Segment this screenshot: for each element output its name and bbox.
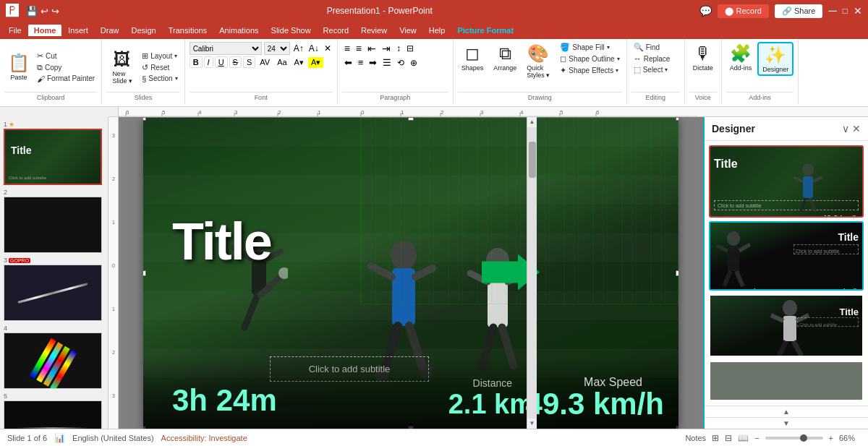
language-indicator[interactable]: English (United States) [72, 434, 154, 442]
replace-button[interactable]: ↔Replace [631, 53, 673, 64]
view-reading-button[interactable]: 📖 [738, 433, 749, 443]
quick-styles-button[interactable]: 🎨 QuickStyles ▾ [523, 42, 553, 80]
scroll-up-button[interactable]: ▲ [527, 117, 537, 127]
slide-thumb-5[interactable]: 5 [3, 392, 105, 429]
numbering-button[interactable]: ≡ [354, 42, 364, 55]
font-color-button[interactable]: A▾ [292, 57, 307, 68]
text-direction[interactable]: ⟲ [395, 57, 407, 69]
design-card-3[interactable]: Title Click to add subtitle [709, 294, 864, 357]
font-family-select[interactable]: Calibri [190, 42, 262, 55]
menu-review[interactable]: Review [355, 25, 393, 36]
menu-home[interactable]: Home [28, 25, 62, 36]
smart-art[interactable]: ⊕ [408, 57, 420, 69]
view-normal-button[interactable]: ⊞ [712, 433, 719, 443]
dictate-button[interactable]: 🎙 Dictate [689, 42, 717, 73]
selection-handle-mid-left[interactable] [143, 270, 146, 276]
menu-slideshow[interactable]: Slide Show [265, 25, 317, 36]
menu-view[interactable]: View [393, 25, 422, 36]
align-left[interactable]: ⬅ [342, 56, 354, 69]
chat-icon[interactable]: 💬 [699, 5, 712, 17]
selection-handle-top-left[interactable] [143, 118, 146, 121]
designer-scroll-down[interactable]: ▼ [705, 417, 868, 429]
notes-button[interactable]: Notes [685, 434, 706, 442]
menu-help[interactable]: Help [423, 25, 451, 36]
clear-format[interactable]: ✕ [323, 43, 333, 53]
shapes-button[interactable]: ◻ Shapes [458, 42, 488, 73]
zoom-out-button[interactable]: − [754, 434, 759, 442]
layout-button[interactable]: ⊞Layout▾ [140, 51, 179, 61]
font-decrease[interactable]: A↓ [307, 43, 320, 53]
reset-button[interactable]: ↺Reset [140, 62, 179, 73]
indent-increase[interactable]: ⇥ [380, 42, 393, 55]
line-spacing[interactable]: ↕ [394, 43, 403, 54]
columns-button[interactable]: ⊟ [404, 43, 416, 54]
share-button[interactable]: 🔗 Share [775, 4, 822, 18]
font-increase[interactable]: A↑ [292, 43, 305, 53]
menu-record[interactable]: Record [318, 25, 354, 36]
strikethrough-button[interactable]: S [229, 56, 242, 68]
select-button[interactable]: ⬚Select▾ [631, 64, 671, 75]
selection-handle-top-center[interactable] [408, 118, 414, 121]
justify[interactable]: ☰ [380, 56, 393, 69]
selection-handle-mid-right[interactable] [676, 270, 678, 276]
menu-design[interactable]: Design [125, 25, 161, 36]
copy-button[interactable]: ⧉Copy [35, 62, 97, 73]
designer-close-icon[interactable]: ✕ [852, 123, 861, 134]
menu-draw[interactable]: Draw [95, 25, 125, 36]
close-icon[interactable]: ✕ [854, 5, 862, 17]
scroll-down-button[interactable]: ▼ [527, 419, 537, 429]
format-painter-button[interactable]: 🖌Format Painter [35, 74, 97, 84]
cut-button[interactable]: ✂Cut [35, 51, 97, 61]
shape-fill-button[interactable]: 🪣Shape Fill▾ [558, 42, 621, 53]
main-slide[interactable]: Title Click to add subtitle Distance Max… [143, 118, 678, 429]
align-right[interactable]: ➡ [367, 56, 379, 69]
text-case-button[interactable]: Aa [274, 57, 289, 67]
section-button[interactable]: §Section▾ [140, 74, 179, 84]
accessibility-indicator[interactable]: Accessibility: Investigate [161, 434, 247, 442]
find-button[interactable]: 🔍Find [631, 42, 662, 53]
menu-picture-format[interactable]: Picture Format [451, 25, 519, 36]
menu-transitions[interactable]: Transitions [163, 25, 213, 36]
bold-button[interactable]: B [190, 56, 203, 68]
design-card-2[interactable]: Title Click to add subtitle ★ 24m 2.1 km… [709, 221, 864, 291]
highlight-button[interactable]: A▾ [308, 57, 323, 68]
designer-scroll-up[interactable]: ▲ [705, 406, 868, 417]
design-card-4[interactable] [709, 361, 864, 401]
menu-file[interactable]: File [3, 25, 27, 36]
zoom-slider[interactable] [765, 437, 823, 439]
record-button[interactable]: ⬤ Record [718, 4, 769, 18]
minimize-icon[interactable]: ─ [828, 4, 836, 17]
addins-button[interactable]: 🧩 Add-ins [726, 42, 756, 73]
slide-thumb-2[interactable]: 2 [3, 188, 105, 254]
quick-access-undo[interactable]: ↩ [41, 6, 48, 17]
slide-thumb-4[interactable]: 4 [3, 324, 105, 390]
slide-thumb-3[interactable]: 3GOPRO [3, 256, 105, 322]
maximize-icon[interactable]: □ [843, 6, 848, 16]
view-sorter-button[interactable]: ⊟ [725, 433, 732, 443]
new-slide-button[interactable]: 🖼 NewSlide ▾ [106, 48, 138, 86]
char-space-button[interactable]: AV [257, 57, 273, 67]
shadow-button[interactable]: S [243, 56, 255, 68]
slide-title[interactable]: Title [172, 212, 271, 271]
italic-button[interactable]: I [204, 56, 213, 68]
slide-thumb-1[interactable]: 1★ Title Click to add subtitle [3, 120, 105, 186]
zoom-in-button[interactable]: + [829, 434, 833, 442]
bullets-button[interactable]: ≡ [342, 42, 352, 55]
quick-access-redo[interactable]: ↪ [51, 6, 59, 17]
indent-decrease[interactable]: ⇤ [365, 42, 378, 55]
menu-insert[interactable]: Insert [62, 25, 94, 36]
quick-access-save[interactable]: 💾 [26, 6, 38, 17]
arrange-button[interactable]: ⧉ Arrange [490, 42, 520, 73]
align-center[interactable]: ≡ [356, 56, 366, 69]
paste-button[interactable]: 📋 Paste [4, 51, 33, 82]
shape-effects-button[interactable]: ✦Shape Effects▾ [558, 65, 621, 76]
designer-button[interactable]: ✨ Designer [757, 42, 793, 76]
selection-handle-top-right[interactable] [676, 118, 678, 121]
menu-animations[interactable]: Animations [213, 25, 264, 36]
zoom-level[interactable]: 66% [839, 434, 861, 442]
font-size-select[interactable]: 24 [264, 42, 290, 55]
underline-button[interactable]: U [215, 56, 228, 68]
shape-outline-button[interactable]: ◻Shape Outline▾ [558, 53, 621, 64]
designer-collapse-icon[interactable]: ∨ [842, 123, 849, 134]
design-card-1[interactable]: Title Click to add subtitle ★ 49.3 km/h [709, 145, 864, 218]
